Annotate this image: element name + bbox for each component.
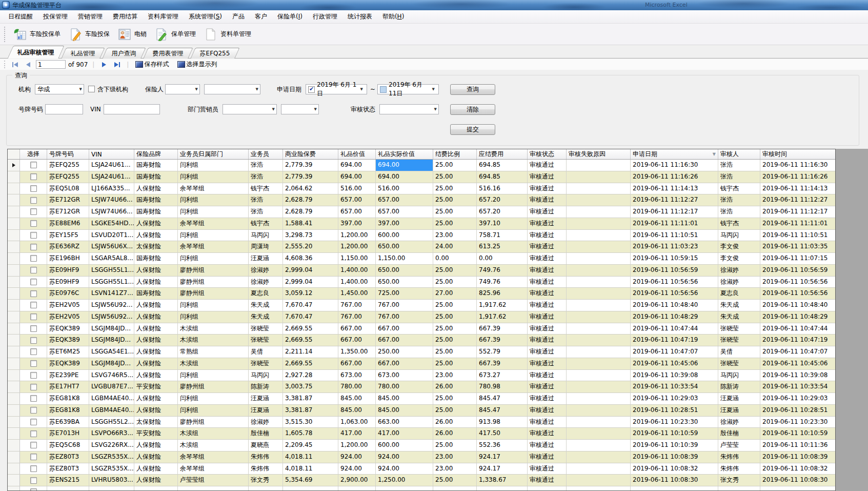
cell-status[interactable]: 审核通过: [528, 194, 567, 206]
cell-fee[interactable]: 845.47: [477, 405, 528, 416]
cell-sel[interactable]: [20, 463, 47, 475]
cell-brand[interactable]: 太保财险: [134, 417, 178, 428]
cell-agent[interactable]: 徐淑婷: [249, 277, 283, 288]
cell-fail[interactable]: [567, 381, 631, 392]
row-select-checkbox[interactable]: [30, 419, 37, 425]
cell-fail[interactable]: [567, 311, 631, 323]
cell-vin[interactable]: LSGJM84JD...: [89, 335, 134, 346]
cell-dept[interactable]: 闫利组: [178, 160, 249, 171]
cell-brand[interactable]: 人保财险: [134, 277, 178, 288]
cell-fail[interactable]: [567, 300, 631, 311]
row-select-checkbox[interactable]: [30, 220, 37, 227]
cell-plate[interactable]: 苏EH2V05: [47, 311, 89, 323]
cell-ratio[interactable]: 24.00: [433, 241, 477, 252]
cell-fee[interactable]: 397.10: [477, 218, 528, 229]
cell-fee[interactable]: 657.20: [477, 206, 528, 218]
column-header-agent[interactable]: 业务员: [249, 149, 283, 159]
cell-brand[interactable]: 人保财险: [134, 440, 178, 451]
row-select-checkbox[interactable]: [30, 290, 37, 297]
cell-fee[interactable]: 667.39: [477, 358, 528, 369]
cell-premium[interactable]: 2,927.28: [283, 370, 338, 381]
cell-actual[interactable]: 694.00: [376, 171, 433, 183]
cell-actual[interactable]: 667.00: [376, 358, 433, 369]
cell-vin[interactable]: LSGGH55L1...: [89, 265, 134, 276]
cell-vin[interactable]: LSVUD20T1...: [89, 230, 134, 241]
row-select-checkbox[interactable]: [30, 488, 37, 491]
column-header-auditor[interactable]: 审核人: [718, 149, 760, 159]
vin-input[interactable]: [104, 104, 160, 114]
cell-premium[interactable]: 2,999.04: [283, 265, 338, 276]
column-header-fee[interactable]: 应结费用: [477, 149, 528, 159]
cell-brand[interactable]: 人保财险: [134, 323, 178, 335]
cell-plate[interactable]: 苏EQK389: [47, 358, 89, 369]
cell-dept[interactable]: 余琴琴组: [178, 218, 249, 229]
cell-vin[interactable]: LSGKE54HD...: [89, 218, 134, 229]
choose-columns-button[interactable]: 选择显示列: [175, 60, 217, 69]
row-select-checkbox[interactable]: [30, 255, 37, 262]
cell-status[interactable]: 审核通过: [528, 440, 567, 451]
cell-dept[interactable]: 木渎组: [178, 323, 249, 335]
row-select-checkbox[interactable]: [30, 465, 37, 472]
search-button[interactable]: 查询: [450, 84, 495, 95]
cell-gift[interactable]: 1,350.00: [338, 346, 376, 358]
cell-plate[interactable]: 苏E09HF9: [47, 265, 89, 276]
cell-auditor[interactable]: 朱炜伟: [718, 451, 760, 463]
cell-status[interactable]: 审核通过: [528, 241, 567, 252]
cell-fail[interactable]: [567, 393, 631, 404]
cell-auditor[interactable]: 朱天成: [718, 311, 760, 323]
cell-brand[interactable]: 人保财险: [134, 405, 178, 416]
cell-status[interactable]: 审核通过: [528, 335, 567, 346]
cell-dept[interactable]: 廖静州组: [178, 265, 249, 276]
cell-gift[interactable]: 845.00: [338, 393, 376, 404]
cell-plate[interactable]: 苏EFQ255: [47, 171, 89, 183]
cell-agent[interactable]: 马丙闪: [249, 230, 283, 241]
cell-gift[interactable]: [338, 486, 376, 491]
cell-vin[interactable]: LSJW74U66...: [89, 194, 134, 206]
cell-sel[interactable]: [20, 428, 47, 439]
cell-audit[interactable]: 2019-06-11 10:56:59: [760, 265, 835, 276]
cell-fee[interactable]: 749.76: [477, 265, 528, 276]
cell-actual[interactable]: 780.00: [376, 381, 433, 392]
cell-brand[interactable]: 人保财险: [134, 475, 178, 486]
date-to-checkbox[interactable]: [380, 86, 387, 93]
cell-brand[interactable]: 人保财险: [134, 358, 178, 369]
cell-status[interactable]: 审核通过: [528, 253, 567, 264]
cell-dept[interactable]: 余琴琴组: [178, 241, 249, 252]
cell-agent[interactable]: 马丙闪: [249, 370, 283, 381]
column-header-plate[interactable]: 号牌号码: [47, 149, 89, 159]
cell-audit[interactable]: 2019-06-11 11:12:27: [760, 194, 835, 206]
cell-premium[interactable]: 4,018.11: [283, 451, 338, 463]
cell-ratio[interactable]: 25.00: [433, 183, 477, 194]
cell-fee[interactable]: 1,917.62: [477, 311, 528, 323]
column-header-fail[interactable]: 审核失败原因: [567, 149, 631, 159]
row-select-checkbox[interactable]: [30, 360, 37, 367]
cell-audit[interactable]: 2019-06-11 10:10:59: [760, 428, 835, 439]
cell-plate[interactable]: 苏E239PE: [47, 370, 89, 381]
cell-audit[interactable]: 2019-06-11 11:14:13: [760, 183, 835, 194]
cell-apply[interactable]: 2019-06-11 10:28:51: [631, 405, 718, 416]
cell-auditor[interactable]: 张晓莹: [718, 335, 760, 346]
cell-status[interactable]: 审核通过: [528, 288, 567, 299]
cell-fee[interactable]: 924.17: [477, 451, 528, 463]
cell-ratio[interactable]: 25.00: [433, 358, 477, 369]
cell-status[interactable]: 审核通过: [528, 417, 567, 428]
cell-actual[interactable]: 845.00: [376, 393, 433, 404]
cell-auditor[interactable]: 徐淑婷: [718, 265, 760, 276]
menu-item-0[interactable]: 日程提醒: [3, 10, 38, 23]
cell-gift[interactable]: 1,200.00: [338, 440, 376, 451]
cell-apply[interactable]: 2019-06-11 10:59:15: [631, 253, 718, 264]
cell-fee[interactable]: [477, 486, 528, 491]
cell-vin[interactable]: LSVG226RX...: [89, 440, 134, 451]
cell-audit[interactable]: 2019-06-11 10:56:56: [760, 288, 835, 299]
cell-apply[interactable]: 2019-06-11 10:10:39: [631, 440, 718, 451]
cell-actual[interactable]: 397.00: [376, 218, 433, 229]
menu-item-1[interactable]: 投保管理: [38, 10, 73, 23]
cell-brand[interactable]: 人保财险: [134, 393, 178, 404]
row-select-checkbox[interactable]: [30, 384, 37, 390]
cell-fee[interactable]: 0.00: [477, 253, 528, 264]
cell-ratio[interactable]: 25.00: [433, 194, 477, 206]
cell-audit[interactable]: 2019-06-11 10:28:51: [760, 405, 835, 416]
cell-plate[interactable]: 苏ENS215: [47, 475, 89, 486]
cell-fail[interactable]: [567, 230, 631, 241]
cell-brand[interactable]: 国寿财险: [134, 194, 178, 206]
